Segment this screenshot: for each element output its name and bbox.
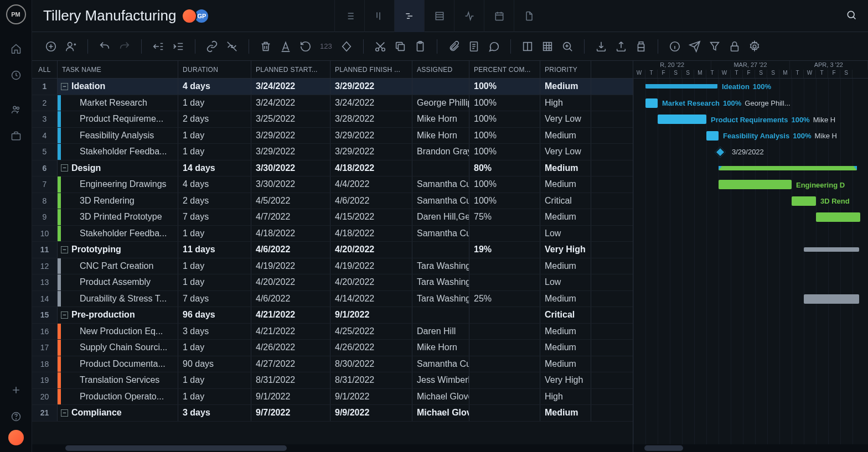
- task-row[interactable]: 8 3D Rendering 2 days 4/5/2022 4/6/2022 …: [32, 193, 633, 210]
- task-row[interactable]: 21 −Compliance 3 days 9/7/2022 9/9/2022 …: [32, 405, 633, 422]
- delete-icon[interactable]: [258, 39, 273, 54]
- gantt-milestone[interactable]: [715, 147, 726, 158]
- comment-icon[interactable]: [486, 39, 502, 54]
- view-board[interactable]: [364, 0, 394, 32]
- view-sheet[interactable]: [424, 0, 454, 32]
- collapse-icon[interactable]: −: [61, 409, 68, 417]
- task-row[interactable]: 4 Feasibility Analysis 1 day 3/29/2022 3…: [32, 128, 633, 144]
- undo-icon[interactable]: [97, 39, 112, 54]
- export-icon[interactable]: [613, 39, 629, 54]
- nav-recent[interactable]: [0, 62, 32, 89]
- col-start[interactable]: PLANNED START...: [251, 61, 330, 78]
- filter-icon[interactable]: [707, 39, 722, 54]
- info-icon[interactable]: [667, 39, 683, 54]
- view-gantt[interactable]: [394, 0, 424, 32]
- project-members[interactable]: GP: [185, 8, 209, 24]
- task-row[interactable]: 9 3D Printed Prototype 7 days 4/7/2022 4…: [32, 209, 633, 226]
- view-files[interactable]: [514, 0, 544, 32]
- send-icon[interactable]: [687, 39, 702, 54]
- unlink-icon[interactable]: [224, 39, 240, 54]
- zoom-icon[interactable]: [560, 39, 575, 54]
- collapse-icon[interactable]: −: [61, 311, 68, 319]
- col-all[interactable]: ALL: [32, 61, 58, 78]
- redo-icon[interactable]: [117, 39, 132, 54]
- attach-icon[interactable]: [446, 39, 462, 54]
- collapse-icon[interactable]: −: [61, 164, 68, 172]
- view-calendar[interactable]: [484, 0, 514, 32]
- columns-icon[interactable]: [520, 39, 535, 54]
- task-row[interactable]: 2 Market Research 1 day 3/24/2022 3/24/2…: [32, 95, 633, 112]
- col-duration[interactable]: DURATION: [178, 61, 251, 78]
- add-task-icon[interactable]: [43, 39, 59, 54]
- view-list[interactable]: [334, 0, 364, 32]
- note-icon[interactable]: [466, 39, 482, 54]
- app-logo[interactable]: PM: [6, 4, 26, 24]
- cut-icon[interactable]: [373, 39, 388, 54]
- col-percent[interactable]: PERCENT COM...: [469, 61, 540, 78]
- gantt-chart: R, 20 '22MAR, 27 '22APR, 3 '22 WTFSSMTWT…: [633, 61, 868, 452]
- link-icon[interactable]: [204, 39, 220, 54]
- task-row[interactable]: 7 Engineering Drawings 4 days 3/30/2022 …: [32, 176, 633, 193]
- copy-icon[interactable]: [392, 39, 408, 54]
- gantt-bar[interactable]: Feasibility Analysis100%Mike H: [706, 131, 719, 141]
- task-row[interactable]: 6 −Design 14 days 3/30/2022 4/18/2022 80…: [32, 160, 633, 177]
- collapse-icon[interactable]: −: [61, 83, 68, 90]
- grid-body[interactable]: 1 −Ideation 4 days 3/24/2022 3/29/2022 1…: [32, 79, 633, 444]
- settings-icon[interactable]: [747, 39, 762, 54]
- nav-team[interactable]: [0, 96, 32, 123]
- gantt-bar[interactable]: 3D Rend: [792, 196, 816, 206]
- task-row[interactable]: 5 Stakeholder Feedba... 1 day 3/29/2022 …: [32, 144, 633, 160]
- task-row[interactable]: 10 Stakeholder Feedba... 1 day 4/18/2022…: [32, 226, 633, 242]
- paste-icon[interactable]: [412, 39, 428, 54]
- nav-add[interactable]: [0, 377, 32, 403]
- task-row[interactable]: 18 Product Documenta... 90 days 4/27/202…: [32, 356, 633, 373]
- task-row[interactable]: 3 Product Requireme... 2 days 3/25/2022 …: [32, 111, 633, 128]
- reset-icon[interactable]: [298, 39, 313, 54]
- task-row[interactable]: 11 −Prototyping 11 days 4/6/2022 4/20/20…: [32, 242, 633, 258]
- gantt-body[interactable]: Ideation100%Market Research100%George Ph…: [633, 79, 868, 444]
- task-row[interactable]: 17 Supply Chain Sourci... 1 day 4/26/202…: [32, 340, 633, 356]
- task-row[interactable]: 16 New Production Eq... 3 days 4/21/2022…: [32, 324, 633, 340]
- gantt-bar[interactable]: [719, 166, 857, 170]
- gantt-bar[interactable]: Engineering D: [719, 180, 792, 189]
- import-icon[interactable]: [593, 39, 609, 54]
- nav-home[interactable]: [0, 35, 32, 62]
- gantt-bar[interactable]: Product Requirements100%Mike H: [658, 115, 706, 124]
- svg-rect-3: [12, 134, 20, 140]
- task-row[interactable]: 13 Product Assembly 1 day 4/20/2022 4/20…: [32, 274, 633, 291]
- task-row[interactable]: 15 −Pre-production 96 days 4/21/2022 9/1…: [32, 307, 633, 324]
- left-sidebar: PM: [0, 0, 32, 452]
- user-avatar[interactable]: [8, 430, 24, 445]
- avatar-1[interactable]: [182, 8, 197, 24]
- gantt-bar[interactable]: [804, 294, 859, 304]
- view-activity[interactable]: [454, 0, 484, 32]
- gantt-bar[interactable]: [804, 247, 859, 252]
- col-priority[interactable]: PRIORITY: [540, 61, 591, 78]
- col-assigned[interactable]: ASSIGNED: [412, 61, 469, 78]
- print-icon[interactable]: [633, 39, 649, 54]
- search-icon[interactable]: [846, 9, 857, 23]
- col-finish[interactable]: PLANNED FINISH ...: [330, 61, 412, 78]
- indent-icon[interactable]: [170, 39, 186, 54]
- svg-point-1: [13, 106, 16, 109]
- gantt-bar[interactable]: [816, 212, 860, 222]
- task-row[interactable]: 19 Translation Services 1 day 8/31/2022 …: [32, 372, 633, 389]
- grid-icon[interactable]: [540, 39, 555, 54]
- col-task-name[interactable]: TASK NAME: [58, 61, 178, 78]
- task-row[interactable]: 12 CNC Part Creation 1 day 4/19/2022 4/1…: [32, 258, 633, 275]
- grid-hscroll[interactable]: [32, 444, 633, 452]
- lock-icon[interactable]: [727, 39, 742, 54]
- nav-portfolio[interactable]: [0, 123, 32, 149]
- task-row[interactable]: 1 −Ideation 4 days 3/24/2022 3/29/2022 1…: [32, 79, 633, 95]
- nav-help[interactable]: [0, 403, 32, 430]
- outdent-icon[interactable]: [151, 39, 166, 54]
- font-icon[interactable]: [278, 39, 293, 54]
- gantt-bar[interactable]: Ideation100%: [645, 84, 717, 89]
- gantt-bar[interactable]: Market Research100%George Phill...: [645, 98, 658, 108]
- add-user-icon[interactable]: [63, 39, 79, 54]
- milestone-icon[interactable]: [339, 39, 354, 54]
- task-row[interactable]: 20 Production Operato... 1 day 9/1/2022 …: [32, 389, 633, 406]
- gantt-hscroll[interactable]: [633, 444, 868, 452]
- collapse-icon[interactable]: −: [61, 246, 68, 253]
- task-row[interactable]: 14 Durability & Stress T... 7 days 4/6/2…: [32, 291, 633, 308]
